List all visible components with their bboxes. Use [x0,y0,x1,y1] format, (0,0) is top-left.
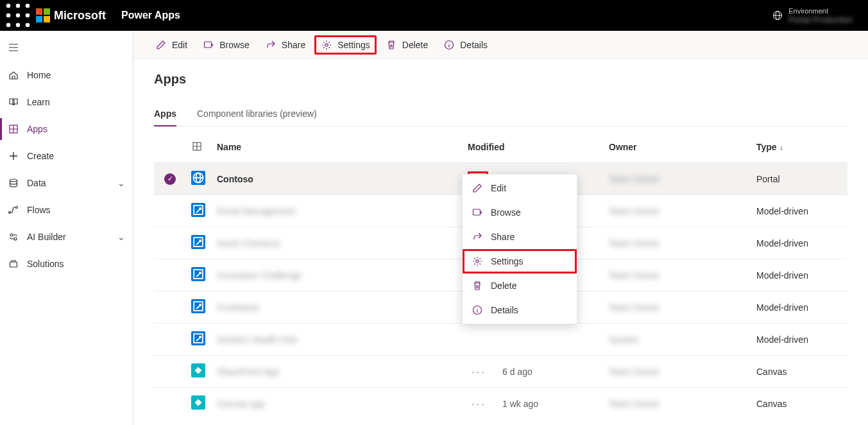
share-icon [265,39,277,51]
svg-point-0 [6,4,11,8]
row-name[interactable]: Contoso [217,174,253,184]
microsoft-logo[interactable]: Microsoft [36,8,106,22]
ctx-label: Settings [491,256,523,266]
ctx-delete[interactable]: Delete [463,273,577,298]
row-more-button[interactable]: · · · [468,364,488,379]
nav-item-create[interactable]: Create [0,143,133,169]
col-owner[interactable]: Owner [604,132,751,163]
ctx-settings[interactable]: Settings [463,249,577,273]
cmd-settings-label: Settings [337,40,370,50]
nav-collapse-button[interactable] [0,33,133,62]
svg-point-16 [14,238,17,240]
cmd-delete[interactable]: Delete [379,35,434,55]
ctx-details[interactable]: Details [463,298,577,322]
nav-item-learn[interactable]: Learn [0,89,133,116]
row-type: Model-driven [756,238,808,248]
environment-name: Portal Production [788,15,853,24]
svg-rect-17 [10,262,17,267]
ctx-share[interactable]: Share [463,225,577,249]
environment-picker[interactable]: Environment Portal Production [772,7,863,24]
cmd-share[interactable]: Share [259,35,312,55]
nav-label: Apps [27,124,47,134]
app-type-icon [191,299,205,313]
edit-icon [472,182,483,194]
row-type: Model-driven [756,302,808,313]
cmd-share-label: Share [282,40,305,50]
chevron-down-icon: ⌄ [117,232,125,242]
info-icon [443,39,455,51]
nav-item-flows[interactable]: Flows [0,196,133,223]
app-type-icon [191,395,205,410]
delete-icon [472,280,483,291]
table-row[interactable]: Canvas app· · ·1 wk agoTeam OwnerCanvas [154,388,847,420]
environment-icon [772,10,783,21]
settings-icon [472,256,483,267]
row-name[interactable]: Asset Checkout [217,238,280,248]
app-type-icon [191,235,205,249]
nav-item-solutions[interactable]: Solutions [0,250,133,277]
row-owner: Team Owner [609,270,660,281]
cmd-details-label: Details [460,40,488,50]
cmd-details[interactable]: Details [437,35,494,55]
nav-label: AI Builder [27,232,66,242]
nav-item-apps[interactable]: Apps [0,116,133,143]
row-type: Model-driven [756,270,808,281]
row-name[interactable]: SharePoint App [217,367,279,377]
ctx-edit[interactable]: Edit [463,176,577,200]
hamburger-icon [8,42,19,53]
microsoft-logo-icon [36,8,50,22]
nav-item-data[interactable]: Data⌄ [0,169,133,196]
svg-point-3 [6,13,11,17]
command-bar: Edit Browse Share Settings Delete Detail… [133,31,868,59]
cmd-edit[interactable]: Edit [149,35,194,55]
row-name[interactable]: Innovation Challenge [217,270,302,281]
svg-rect-29 [473,209,481,215]
svg-point-30 [476,260,479,263]
svg-point-2 [26,4,30,8]
app-type-icon [191,171,205,185]
app-type-icon [191,363,205,377]
row-name[interactable]: Canvas app [217,399,265,409]
table-row[interactable]: Solution Health HubSystemModel-driven [154,324,847,356]
row-owner: Team Owner [609,174,660,184]
global-header: Microsoft Power Apps Environment Portal … [0,0,868,31]
table-row[interactable]: SharePoint App· · ·6 d agoTeam OwnerCanv… [154,356,847,388]
cmd-browse-label: Browse [219,40,250,50]
ctx-label: Share [491,232,515,242]
details-icon [472,304,483,316]
nav-item-aibuilder[interactable]: AI Builder⌄ [0,223,133,250]
svg-point-15 [10,234,13,236]
apps-icon [8,123,19,135]
ctx-browse[interactable]: Browse [463,200,577,225]
tab-apps[interactable]: Apps [154,102,176,126]
row-name[interactable]: Portal Management [217,206,295,216]
svg-point-6 [6,23,11,28]
tab-component-libraries[interactable]: Component libraries (preview) [197,102,317,126]
nav-label: Learn [27,97,50,107]
row-owner: Team Owner [609,206,660,216]
row-more-button[interactable]: · · · [468,396,488,412]
cmd-settings[interactable]: Settings [314,35,377,55]
row-modified: 1 wk ago [502,399,538,409]
col-type[interactable]: Type↓ [751,132,847,163]
solutions-icon [8,258,19,270]
nav-item-home[interactable]: Home [0,62,133,89]
left-nav: HomeLearnAppsCreateData⌄FlowsAI Builder⌄… [0,31,133,425]
nav-label: Home [27,70,51,80]
browse-icon [203,39,214,51]
nav-label: Flows [27,205,51,215]
row-name[interactable]: Solution Health Hub [217,334,297,345]
row-selected-icon[interactable]: ✓ [164,173,176,185]
col-modified[interactable]: Modified [463,132,604,163]
view-mode-icon[interactable] [191,141,203,152]
col-name[interactable]: Name [212,132,463,163]
cmd-delete-label: Delete [402,40,428,50]
delete-icon [386,39,397,51]
app-type-icon [191,267,205,281]
app-launcher-icon[interactable] [5,3,31,28]
cmd-browse[interactable]: Browse [196,35,256,55]
browse-icon [472,207,483,218]
row-type: Canvas [756,367,787,377]
cmd-edit-label: Edit [172,40,187,50]
row-name[interactable]: Fundraiser [217,302,260,313]
